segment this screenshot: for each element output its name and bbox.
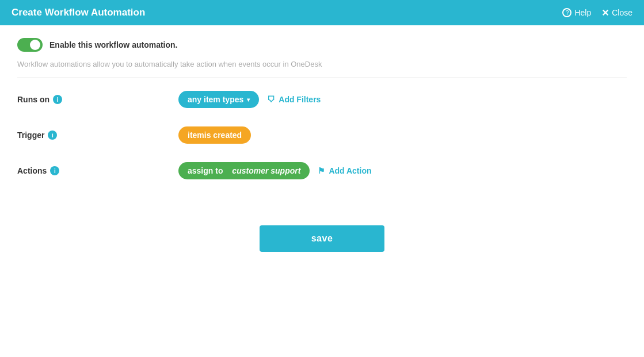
trigger-row: Trigger i item is created [17,126,627,144]
actions-info-icon[interactable]: i [50,166,59,175]
trigger-item-word: item [188,130,204,140]
enable-toggle[interactable] [17,38,43,52]
add-filters-label: Add Filters [279,95,321,104]
toggle-label: Enable this workflow automation. [49,40,177,49]
add-action-label: Add Action [329,166,371,175]
header-title: Create Workflow Automation [12,7,145,18]
filter-icon: ⛉ [267,95,275,104]
action-value: customer support [232,166,300,175]
help-icon: ? [562,8,571,17]
save-area: save [17,225,627,252]
actions-label: Actions i [17,166,86,175]
runs-on-row: Runs on i any item types ▾ ⛉ Add Filters [17,91,627,108]
add-action-button[interactable]: ⚑ Add Action [318,166,371,175]
help-button[interactable]: ? Help [562,8,591,17]
close-label: Close [612,8,632,17]
item-types-label: any item types [188,95,243,104]
close-button[interactable]: ✕ Close [601,7,632,18]
trigger-label: Trigger i [17,130,86,140]
actions-controls: assign to customer support ⚑ Add Action [178,162,372,179]
header-actions: ? Help ✕ Close [562,7,632,18]
runs-on-label: Runs on i [17,95,86,104]
main-content: Enable this workflow automation. Workflo… [0,25,644,263]
runs-on-controls: any item types ▾ ⛉ Add Filters [178,91,321,108]
help-label: Help [574,8,591,17]
save-button[interactable]: save [260,225,385,252]
trigger-info-icon[interactable]: i [48,130,57,140]
toggle-row: Enable this workflow automation. [17,38,627,52]
item-types-button[interactable]: any item types ▾ [178,91,259,108]
trigger-rest: is created [204,130,242,140]
action-prefix: assign to [188,166,223,175]
header: Create Workflow Automation ? Help ✕ Clos… [0,0,644,25]
trigger-pill-button[interactable]: item is created [178,126,251,144]
action-pill-button[interactable]: assign to customer support [178,162,310,179]
trigger-controls: item is created [178,126,251,144]
add-filters-button[interactable]: ⛉ Add Filters [267,95,321,104]
trigger-text: item is created [188,130,242,140]
close-icon: ✕ [601,7,609,18]
actions-row: Actions i assign to customer support ⚑ A… [17,162,627,179]
chevron-down-icon: ▾ [247,97,250,103]
runs-on-info-icon[interactable]: i [53,95,62,104]
description-text: Workflow automations allow you to automa… [17,60,627,78]
flag-icon: ⚑ [318,166,325,175]
